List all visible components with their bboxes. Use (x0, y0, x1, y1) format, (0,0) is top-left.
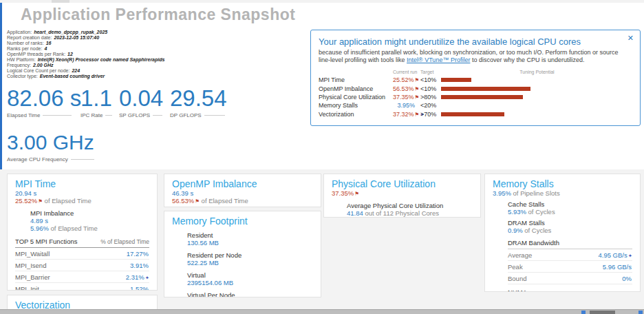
window-top-tab (52, 0, 69, 3)
details-icon: ✦ (145, 275, 149, 281)
metric-rule (204, 115, 225, 116)
cache-stalls-block: Cache Stalls 5.93% of Cycles (508, 200, 632, 216)
panel-memory-footprint: Memory Footprint Resident 130.56 MB Resi… (164, 211, 321, 297)
table-row: Peak5.96 GB/s (508, 261, 632, 273)
metric-value: 82.06 s (7, 87, 81, 110)
advisory-row-mpi-time: MPI Time 25.52%⚑ <10% (319, 76, 636, 84)
tuning-potential-bar (441, 95, 523, 99)
footprint-resident-per-node: Resident per Node 522.25 MB (187, 251, 313, 266)
scrollbar-right-arrow[interactable] (638, 311, 643, 314)
advisory-row-vectorization: Vectorization 37.32%⚑✦ >70% (319, 110, 636, 118)
flag-icon: ⚑ (38, 198, 43, 205)
table-row: Bound0% (508, 273, 632, 284)
flag-icon: ⚑ (354, 191, 359, 197)
advisory-row-core-utilization: Physical Core Utilization 37.35%⚑ >80% (319, 93, 636, 101)
metric-sp-gflops: 0.04 SP GFLOPS (119, 87, 163, 118)
tuning-potential-bar (441, 112, 504, 116)
mpi-time-value: 20.94 s (15, 189, 149, 197)
panel-title: Physical Core Utilization (332, 178, 473, 189)
meta-num-ranks: Number of ranks:16 (7, 41, 164, 46)
metric-value: 1.1 (80, 87, 112, 110)
page-title: Application Performance Snapshot (21, 6, 295, 24)
avg-core-utilization-block: Average Physical Core Utilization 41.84 … (347, 202, 473, 217)
advisory-callout: ✕ Your application might underutilize th… (310, 30, 641, 126)
tuning-potential-bar (441, 78, 471, 82)
metric-rule (43, 115, 72, 116)
footprint-resident: Resident 130.56 MB (187, 231, 313, 247)
metric-cpu-frequency: 3.00 GHz Average CPU Frequency (7, 131, 94, 163)
close-icon[interactable]: ✕ (627, 34, 634, 43)
advisory-table-header: Current run Target Tuning Potential (319, 68, 636, 76)
panel-memory-stalls: Memory Stalls 3.95% of Pipeline Slots Ca… (484, 174, 641, 292)
meta-application: Application:heart_demo_dpcpp_rupak_2025 (7, 30, 164, 35)
panel-title: Memory Footprint (172, 216, 313, 227)
metric-value: 29.54 (170, 87, 227, 110)
flag-icon: ⚑ (195, 198, 200, 205)
meta-ranks-per-node: Ranks per node:4 (7, 46, 164, 52)
metric-label: IPC Rate (80, 112, 103, 118)
dram-bandwidth-block: DRAM Bandwidth Average4.95 GB/s✦ Peak5.9… (508, 239, 632, 284)
meta-collector-type: Collector type:Event-based counting driv… (7, 74, 164, 79)
metric-rule (153, 115, 162, 116)
panel-title: Memory Stalls (493, 178, 632, 189)
tuning-potential-bar (441, 87, 530, 91)
metric-ipc-rate: 1.1 IPC Rate (80, 87, 112, 118)
advisory-body: because of insufficient parallel work, b… (319, 49, 630, 63)
metric-value: 3.00 GHz (7, 131, 94, 154)
meta-hw-platform: HW Platform:Intel(R) Xeon(R) Processor c… (7, 57, 164, 63)
table-row: MPI_Isend3.91% (15, 260, 149, 271)
run-metadata: Application:heart_demo_dpcpp_rupak_2025 … (7, 30, 164, 79)
advisory-row-openmp-imbalance: OpenMP Imbalance 56.53%⚑ <10% (319, 84, 636, 92)
table-row: MPI_Init1.52% (15, 283, 149, 291)
metric-rule (71, 159, 94, 160)
dram-stalls-block: DRAM Stalls 0.9% of Cycles (508, 219, 632, 234)
metric-label: Elapsed Time (7, 112, 40, 118)
advisory-title: Your application might underutilize the … (319, 36, 623, 47)
mpi-imbalance-block: MPI Imbalance 4.89 s 5.96% of Elapsed Ti… (30, 209, 149, 232)
footprint-virtual-per-node: Virtual Per Node 9580616.25 MB (187, 291, 313, 297)
panel-title: OpenMP Imbalance (172, 178, 313, 189)
meta-report-date: Report creation date:2023-12-05 15:07:40 (7, 35, 164, 41)
mpi-functions-header: TOP 5 MPI Functions% of Elapsed Time (15, 236, 149, 248)
panel-title: MPI Time (15, 178, 149, 189)
metric-label: DP GFLOPS (170, 112, 202, 118)
advisory-row-memory-stalls: Memory Stalls 3.95% <20% (319, 101, 636, 109)
metric-label: Average CPU Frequency (7, 156, 68, 163)
aps-report-page: Application Performance Snapshot Applica… (0, 0, 644, 314)
table-row: MPI_Barrier2.31%✦ (15, 271, 149, 283)
details-icon: ✦ (628, 253, 632, 259)
advisory-table: Current run Target Tuning Potential MPI … (319, 68, 636, 118)
meta-frequency: Frequency:2.00 GHz (7, 63, 164, 68)
panel-mpi-time: MPI Time 20.94 s 25.52%⚑ of Elapsed Time… (7, 174, 158, 291)
column-target: Target (416, 70, 438, 74)
window-top-strip (0, 0, 644, 3)
table-row: MPI_Waitall17.27% (15, 248, 149, 260)
column-current-run: Current run (393, 70, 416, 74)
metric-rule (105, 115, 112, 116)
horizontal-scrollbar[interactable] (0, 309, 644, 314)
metric-elapsed-time: 82.06 s Elapsed Time (7, 87, 81, 118)
column-tuning-potential: Tuning Potential (438, 70, 636, 74)
meta-logical-cores: Logical Core Count per node:224 (7, 68, 164, 74)
openmp-time-value: 46.39 s (172, 189, 313, 197)
meta-openmp-threads: OpenMP threads per Rank:12 (7, 52, 164, 57)
table-row: Average4.95 GB/s✦ (508, 249, 632, 261)
scrollbar-left-arrow[interactable] (581, 311, 586, 314)
numa-block: NUMA 61%⚑ of Remote Accesses (508, 289, 632, 292)
metric-dp-gflops: 29.54 DP GFLOPS (170, 87, 227, 118)
scrollbar-thumb[interactable] (590, 311, 615, 314)
panel-openmp-imbalance: OpenMP Imbalance 46.39 s 56.53%⚑ of Elap… (164, 174, 321, 207)
metric-value: 0.04 (119, 87, 163, 110)
panel-physical-core-utilization: Physical Core Utilization 37.35%⚑ Averag… (323, 174, 481, 218)
vtune-profiler-link[interactable]: Intel® VTune™ Profiler (407, 56, 470, 63)
footprint-virtual: Virtual 2395154.06 MB (187, 271, 313, 286)
metric-label: SP GFLOPS (119, 112, 150, 118)
